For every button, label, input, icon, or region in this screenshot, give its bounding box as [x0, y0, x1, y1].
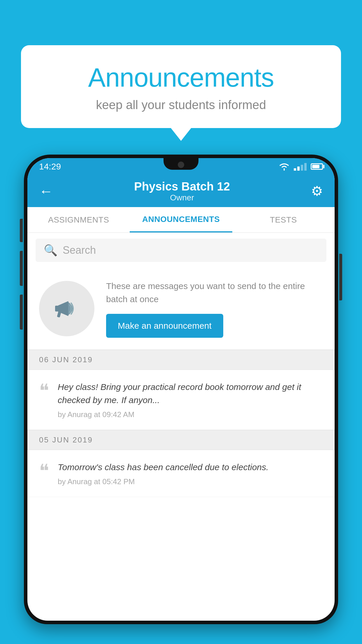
search-icon: 🔍 — [44, 244, 57, 257]
date-separator-2: 05 JUN 2019 — [27, 430, 335, 450]
announcement-meta-1: by Anurag at 09:42 AM — [58, 410, 323, 419]
wifi-icon — [279, 162, 290, 171]
announcement-message-2: Tomorrow's class has been cancelled due … — [58, 461, 323, 474]
side-button-volume-up — [20, 251, 23, 286]
quote-icon-1: ❝ — [39, 382, 49, 400]
side-button-volume-indicator — [20, 219, 23, 242]
search-placeholder: Search — [63, 244, 96, 256]
phone-outer: 14:29 — [24, 155, 338, 624]
svg-rect-2 — [57, 311, 61, 318]
search-bar[interactable]: 🔍 Search — [36, 239, 326, 262]
batch-title: Physics Batch 12 — [134, 180, 230, 193]
status-time: 14:29 — [39, 162, 61, 172]
back-button[interactable]: ← — [39, 183, 53, 199]
batch-role: Owner — [134, 193, 230, 202]
speech-bubble-section: Announcements keep all your students inf… — [21, 45, 341, 128]
announcement-content-2: Tomorrow's class has been cancelled due … — [58, 461, 323, 486]
phone-notch — [164, 158, 198, 170]
side-button-volume-down — [20, 295, 23, 330]
top-bar-center: Physics Batch 12 Owner — [134, 180, 230, 202]
make-announcement-button[interactable]: Make an announcement — [106, 314, 223, 338]
bubble-subtitle: keep all your students informed — [44, 98, 318, 112]
tab-announcements[interactable]: ANNOUNCEMENTS — [130, 207, 232, 232]
settings-icon[interactable]: ⚙ — [311, 183, 323, 199]
date-separator-1: 06 JUN 2019 — [27, 350, 335, 370]
phone-screen: 14:29 — [27, 158, 335, 621]
megaphone-circle — [39, 281, 94, 336]
promo-section: These are messages you want to send to t… — [27, 268, 335, 350]
speech-bubble-card: Announcements keep all your students inf… — [21, 45, 341, 128]
side-button-power — [339, 254, 342, 300]
promo-content: These are messages you want to send to t… — [106, 279, 323, 338]
signal-icon — [294, 162, 307, 171]
announcement-item-2[interactable]: ❝ Tomorrow's class has been cancelled du… — [27, 450, 335, 497]
announcement-message-1: Hey class! Bring your practical record b… — [58, 380, 323, 407]
app-top-bar: ← Physics Batch 12 Owner ⚙ — [27, 175, 335, 207]
notch-camera — [178, 162, 184, 168]
promo-description: These are messages you want to send to t… — [106, 279, 323, 306]
search-container: 🔍 Search — [27, 233, 335, 268]
announcement-content-1: Hey class! Bring your practical record b… — [58, 380, 323, 419]
battery-icon — [311, 163, 323, 170]
megaphone-icon — [51, 293, 83, 325]
tab-tests[interactable]: TESTS — [232, 207, 335, 232]
status-icons — [279, 162, 323, 171]
tab-assignments[interactable]: ASSIGNMENTS — [27, 207, 130, 232]
bubble-title: Announcements — [44, 63, 318, 93]
tabs-bar: ASSIGNMENTS ANNOUNCEMENTS TESTS — [27, 207, 335, 233]
announcement-meta-2: by Anurag at 05:42 PM — [58, 477, 323, 486]
svg-rect-1 — [55, 306, 59, 312]
phone-wrapper: 14:29 — [24, 155, 338, 644]
announcement-item-1[interactable]: ❝ Hey class! Bring your practical record… — [27, 370, 335, 430]
quote-icon-2: ❝ — [39, 462, 49, 480]
